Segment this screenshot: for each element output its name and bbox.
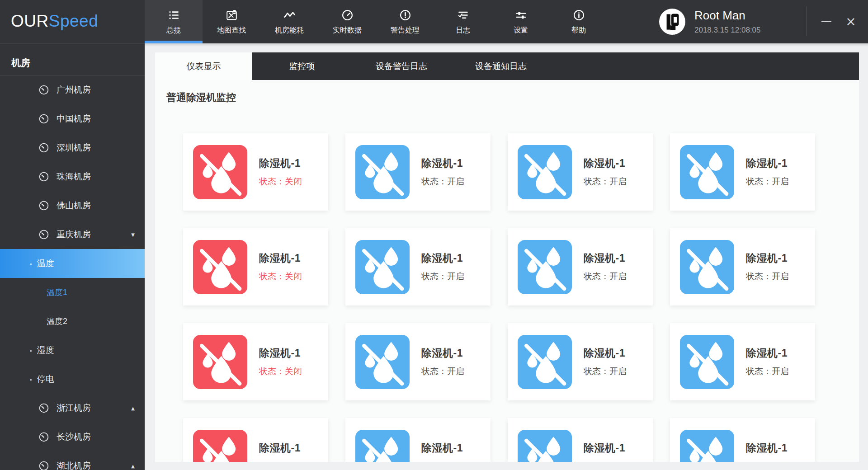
device-card[interactable]: 除湿机-1 状态：关闭: [183, 228, 328, 306]
sidebar-item-guangzhou[interactable]: 广州机房: [0, 75, 145, 104]
status-label: 状态：: [746, 367, 772, 376]
gauge-icon: [38, 113, 50, 125]
device-card[interactable]: 除湿机-1 状态：开启: [670, 323, 815, 400]
sidebar-subitem-temperature-selected[interactable]: · 温度: [0, 249, 145, 278]
gauge-icon: [38, 142, 50, 154]
device-card[interactable]: 除湿机-1 状态：关闭: [183, 133, 328, 211]
device-card[interactable]: 除湿机-1 状态：关闭: [183, 418, 328, 462]
sidebar-subitem-label: 停电: [37, 373, 54, 385]
nav-item-help[interactable]: 帮助: [550, 0, 608, 43]
sidebar-item-shenzhen[interactable]: 深圳机房: [0, 133, 145, 162]
device-status: 状态：关闭: [259, 461, 302, 462]
device-card[interactable]: 除湿机-1 状态：开启: [345, 228, 491, 306]
device-card-text: 除湿机-1 状态：关闭: [259, 251, 302, 282]
gauge-icon: [38, 200, 50, 212]
status-label: 状态：: [746, 177, 772, 186]
device-card[interactable]: 除湿机-1 状态：开启: [670, 418, 815, 462]
sidebar-item-zhongguo[interactable]: 中国机房: [0, 104, 145, 133]
sidebar-item-changsha[interactable]: 长沙机房: [0, 423, 145, 451]
device-status: 状态：开启: [746, 366, 789, 377]
sidebar-item-zhejiang[interactable]: 浙江机房 ▲: [0, 394, 145, 423]
device-name: 除湿机-1: [259, 251, 302, 265]
sidebar-item-zhuhai[interactable]: 珠海机房: [0, 162, 145, 191]
overview-list-icon: [167, 9, 180, 22]
nav-item-settings[interactable]: 设置: [492, 0, 550, 43]
nav-item-energy[interactable]: 机房能耗: [260, 0, 318, 43]
tab-device-notice-log[interactable]: 设备通知日志: [451, 52, 551, 80]
sidebar-item-label: 广州机房: [57, 84, 91, 96]
sidebar-item-hubei[interactable]: 湖北机房 ▲: [0, 451, 145, 470]
device-card-text: 除湿机-1 状态：开启: [584, 441, 627, 462]
sidebar-item-label: 中国机房: [57, 113, 91, 125]
device-name: 除湿机-1: [746, 441, 789, 455]
sidebar-item-chongqing[interactable]: 重庆机房 ▼: [0, 220, 145, 249]
chevron-up-icon[interactable]: ▲: [131, 464, 135, 469]
page-title: 普通除湿机监控: [166, 91, 859, 104]
device-card[interactable]: 除湿机-1 状态：开启: [508, 133, 653, 211]
sidebar-subitem-temperature-2[interactable]: 温度2: [0, 307, 145, 336]
gauge-icon: [38, 84, 50, 96]
device-name: 除湿机-1: [584, 441, 627, 455]
status-value: 开启: [609, 177, 627, 186]
minimize-icon: [821, 21, 831, 22]
device-name: 除湿机-1: [259, 156, 302, 170]
device-status: 状态：关闭: [259, 271, 302, 282]
chevron-up-icon[interactable]: ▲: [131, 406, 135, 411]
sidebar: 机房 广州机房 中国机房 深圳机房 珠海机房 佛山机房 重庆机房 ▼ · 温度 …: [0, 43, 145, 470]
sidebar-subitem-label: 温度2: [47, 316, 67, 327]
gauge-icon: [38, 402, 50, 414]
device-name: 除湿机-1: [584, 251, 627, 265]
minimize-button[interactable]: [818, 14, 835, 30]
status-value: 开启: [772, 177, 789, 186]
sidebar-item-label: 重庆机房: [57, 229, 91, 240]
status-value: 开启: [447, 367, 464, 376]
dehumidifier-on-icon: [355, 240, 410, 294]
device-card[interactable]: 除湿机-1 状态：关闭: [183, 323, 328, 400]
device-name: 除湿机-1: [584, 346, 627, 360]
nav-label: 机房能耗: [275, 26, 304, 35]
nav-item-overview[interactable]: 总揽: [145, 0, 203, 43]
gauge-icon: [38, 460, 50, 470]
bullet-icon: ·: [29, 258, 33, 269]
device-card[interactable]: 除湿机-1 状态：开启: [345, 133, 491, 211]
sidebar-subitem-label: 湿度: [37, 344, 54, 356]
chevron-down-icon[interactable]: ▼: [131, 232, 135, 237]
sidebar-subitem-power-outage[interactable]: · 停电: [0, 365, 145, 394]
user-meta: Root Man 2018.3.15 12:08:05: [694, 9, 761, 35]
device-name: 除湿机-1: [421, 251, 464, 265]
device-card[interactable]: 除湿机-1 状态：开启: [345, 323, 491, 400]
device-card[interactable]: 除湿机-1 状态：开启: [670, 228, 815, 306]
device-card[interactable]: 除湿机-1 状态：开启: [508, 323, 653, 400]
device-card[interactable]: 除湿机-1 状态：开启: [508, 418, 653, 462]
nav-item-map-search[interactable]: 地图查找: [203, 0, 260, 43]
nav-item-logs[interactable]: 日志: [434, 0, 492, 43]
device-card[interactable]: 除湿机-1 状态：开启: [508, 228, 653, 306]
device-card[interactable]: 除湿机-1 状态：开启: [345, 418, 491, 462]
status-value: 关闭: [285, 461, 302, 462]
device-name: 除湿机-1: [421, 441, 464, 455]
sidebar-item-foshan[interactable]: 佛山机房: [0, 191, 145, 220]
device-status: 状态：开启: [746, 461, 789, 462]
device-status: 状态：开启: [584, 271, 627, 282]
status-label: 状态：: [584, 461, 609, 462]
sidebar-subitem-temperature-1[interactable]: 温度1: [0, 278, 145, 307]
device-name: 除湿机-1: [259, 346, 302, 360]
device-card-text: 除湿机-1 状态：开启: [421, 346, 464, 377]
user-name: Root Man: [694, 9, 761, 23]
sidebar-subitem-humidity[interactable]: · 湿度: [0, 336, 145, 365]
device-status: 状态：关闭: [259, 366, 302, 377]
user-menu[interactable]: Root Man 2018.3.15 12:08:05: [659, 0, 761, 43]
nav-item-alerts[interactable]: 警告处理: [376, 0, 434, 43]
dehumidifier-on-icon: [680, 430, 734, 462]
tab-monitor-items[interactable]: 监控项: [252, 52, 352, 80]
device-card[interactable]: 除湿机-1 状态：开启: [670, 133, 815, 211]
nav-item-realtime[interactable]: 实时数据: [318, 0, 376, 43]
close-button[interactable]: ×: [843, 14, 859, 30]
tab-device-warning-log[interactable]: 设备警告日志: [352, 52, 451, 80]
tab-dashboard-display[interactable]: 仪表显示: [155, 52, 252, 80]
tab-bar: 仪表显示 监控项 设备警告日志 设备通知日志: [155, 52, 859, 80]
device-card-text: 除湿机-1 状态：开启: [421, 251, 464, 282]
device-status: 状态：关闭: [259, 176, 302, 188]
nav-label: 帮助: [571, 26, 586, 35]
device-status: 状态：开启: [746, 271, 789, 282]
